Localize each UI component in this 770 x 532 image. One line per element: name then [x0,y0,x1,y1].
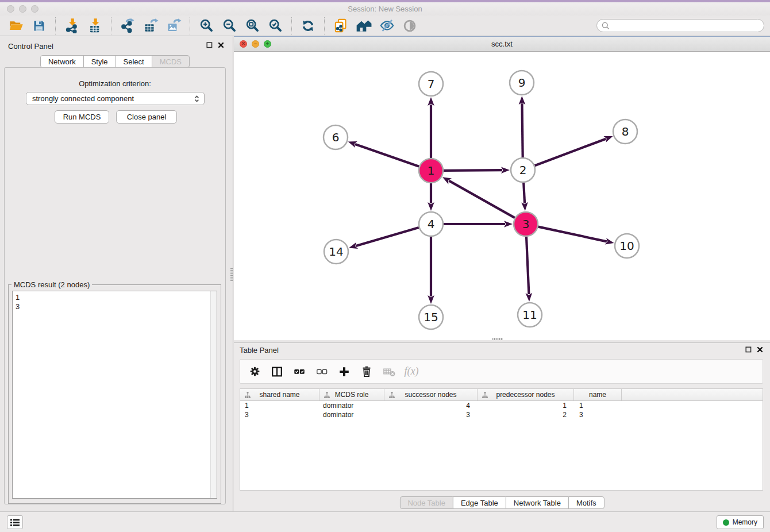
table-cell[interactable]: 3 [574,410,622,419]
table-cell[interactable]: 1 [574,401,622,410]
search-icon [601,21,610,30]
table-settings-button[interactable] [247,364,262,380]
table-row[interactable]: 1dominator411 [240,401,763,410]
graph-node-3[interactable]: 3 [514,212,538,236]
optimization-select[interactable]: strongly connected component [26,92,205,105]
hide-selected-button[interactable] [377,17,396,34]
tab-style[interactable]: Style [83,55,116,68]
graph-node-15[interactable]: 15 [419,305,443,329]
graph-edge-2-8[interactable] [535,136,613,165]
run-mcds-button[interactable]: Run MCDS [55,110,109,124]
zoom-fit-icon [245,18,260,33]
graph-node-14[interactable]: 14 [324,240,348,264]
network-graph[interactable]: 1234678910111415 [234,52,770,340]
graph-edge-1-6[interactable] [348,141,419,167]
home-networks-button[interactable] [354,17,374,34]
column-header-predecessor-nodes[interactable]: predecessor nodes [478,389,574,400]
horizontal-splitter-handle[interactable] [492,338,503,340]
export-image-button[interactable] [164,17,183,34]
graph-edge-1-2[interactable] [444,167,510,174]
import-network-button[interactable] [62,17,82,34]
select-all-columns-button[interactable] [292,364,307,380]
open-session-button[interactable] [6,17,26,34]
column-label: MCDS role [335,391,369,399]
graph-canvas[interactable]: 1234678910111415 [234,52,770,340]
zoom-in-button[interactable] [197,17,216,34]
graph-node-8[interactable]: 8 [613,119,637,144]
search-input[interactable] [596,19,764,32]
tab-motifs[interactable]: Motifs [568,496,605,509]
zoom-fit-button[interactable] [242,17,262,34]
graph-edge-3-11[interactable] [526,237,533,302]
result-scrollbar[interactable] [210,291,217,498]
table-cell[interactable]: 1 [478,401,574,410]
node-table: shared name MCDS role [240,388,763,491]
task-history-button[interactable] [7,515,23,529]
split-view-button[interactable] [270,364,284,380]
export-table-button[interactable] [141,17,160,34]
graph-edge-2-9[interactable] [519,96,526,157]
tab-network-table[interactable]: Network Table [506,496,569,509]
column-header-successor-nodes[interactable]: successor nodes [384,389,478,400]
column-header-shared-name[interactable]: shared name [240,389,319,400]
svg-text:9: 9 [518,76,526,90]
graph-edge-2-3[interactable] [521,183,528,211]
svg-text:6: 6 [332,130,340,144]
graph-node-9[interactable]: 9 [510,71,534,95]
column-header-name[interactable]: name [574,389,622,400]
float-table-panel-icon[interactable] [745,346,752,353]
graph-edge-3-1[interactable] [442,177,515,218]
graph-edge-3-10[interactable] [538,227,614,245]
apply-layout-button[interactable] [298,17,318,34]
tab-node-table[interactable]: Node Table [399,496,453,509]
svg-text:2: 2 [519,163,527,177]
tab-mcds[interactable]: MCDS [152,55,190,68]
close-table-panel-icon[interactable] [757,346,763,353]
graph-edge-1-4[interactable] [428,183,434,211]
clone-network-button[interactable] [331,17,351,34]
table-cell[interactable]: 3 [384,410,478,419]
tab-select[interactable]: Select [116,55,152,68]
graph-node-7[interactable]: 7 [419,72,443,96]
table-cell[interactable]: 2 [478,410,574,419]
save-session-button[interactable] [29,17,49,34]
close-panel-icon[interactable] [218,42,224,48]
graph-node-10[interactable]: 10 [615,234,639,258]
import-table-button[interactable] [85,17,105,34]
graph-node-1[interactable]: 1 [419,159,443,183]
graph-node-2[interactable]: 2 [511,158,535,182]
graph-node-4[interactable]: 4 [419,212,443,236]
table-cell[interactable]: 1 [240,401,319,410]
zoom-selected-icon [268,18,283,33]
delete-column-button[interactable] [359,364,374,380]
tab-network[interactable]: Network [40,55,84,68]
graph-edge-1-7[interactable] [428,97,434,158]
deselect-all-columns-button[interactable] [314,364,329,380]
table-cell[interactable]: 4 [384,401,478,410]
table-row[interactable]: 3dominator323 [240,410,763,419]
network-window-titlebar[interactable]: ✕ − + scc.txt [234,36,770,52]
graph-node-6[interactable]: 6 [324,125,348,149]
memory-button[interactable]: Memory [717,515,764,529]
zoom-out-button[interactable] [220,17,239,34]
splitter-handle[interactable] [230,268,233,281]
svg-text:8: 8 [622,125,629,138]
graph-edge-4-14[interactable] [349,228,419,249]
column-header-mcds-role[interactable]: MCDS role [319,389,384,400]
table-cell[interactable]: 3 [240,410,319,419]
close-panel-button[interactable]: Close panel [116,110,177,124]
graph-node-11[interactable]: 11 [518,303,542,327]
zoom-selected-button[interactable] [265,17,285,34]
float-panel-icon[interactable] [206,42,213,48]
save-disk-icon [32,19,46,33]
table-cell[interactable]: dominator [319,410,384,419]
add-column-button[interactable] [337,364,352,380]
graph-edge-4-3[interactable] [444,221,513,228]
export-network-button[interactable] [118,17,137,34]
table-cell[interactable]: dominator [319,401,384,410]
graph-edge-4-15[interactable] [428,237,434,304]
mcds-result-textarea[interactable]: 1 3 [12,291,217,499]
tab-edge-table[interactable]: Edge Table [453,496,506,509]
clone-network-icon [333,18,349,33]
vertical-splitter[interactable] [230,36,234,511]
